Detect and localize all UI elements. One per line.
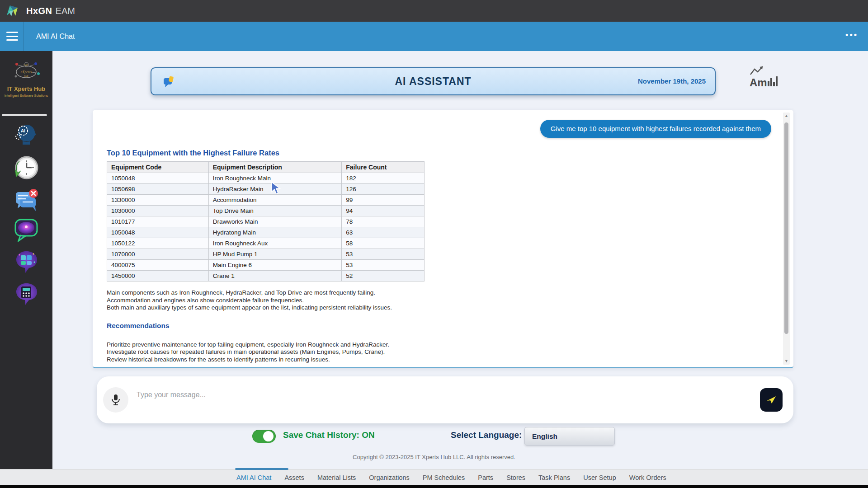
bottom-tab[interactable]: PM Schedules xyxy=(423,474,465,481)
equipment-code-cell: 1070000 xyxy=(107,249,209,260)
equipment-description-cell: Top Drive Main xyxy=(208,206,342,216)
equipment-code-cell: 1450000 xyxy=(107,271,209,282)
failures-table: Equipment Code Equipment Description Fai… xyxy=(107,161,425,282)
brain-calculator-icon[interactable] xyxy=(13,282,39,307)
equipment-code-cell: 1330000 xyxy=(107,195,209,206)
equipment-description-cell: Hydratong Main xyxy=(208,227,342,238)
svg-text:eXperts: eXperts xyxy=(21,70,32,74)
equipment-description-cell: Drawworks Main xyxy=(208,216,342,227)
equipment-code-cell: 4000075 xyxy=(107,260,209,271)
scroll-up-icon[interactable]: ▲ xyxy=(783,113,790,119)
bottom-tab[interactable]: Work Orders xyxy=(629,474,666,481)
assistant-date: November 19th, 2025 xyxy=(638,68,706,94)
table-title: Top 10 Equipment with the Highest Failur… xyxy=(107,149,604,157)
send-paper-plane-icon xyxy=(766,395,776,404)
brain-apps-icon[interactable] xyxy=(13,249,39,275)
table-row: 1050122 Iron Roughneck Aux 58 xyxy=(107,238,425,249)
recommendations-heading: Recommendations xyxy=(107,322,604,330)
assistant-title: AI ASSISTANT xyxy=(151,68,715,94)
equipment-code-cell: 1030000 xyxy=(107,206,209,216)
app-navbar: AMI AI Chat Full Screen ••• xyxy=(0,22,868,51)
bottom-tab[interactable]: Task Plans xyxy=(538,474,570,481)
failure-count-cell: 99 xyxy=(342,195,425,206)
bottom-tab-bar: AMI AI Chat Assets Material Lists Organi… xyxy=(0,469,868,485)
bottom-tabs: AMI AI Chat Assets Material Lists Organi… xyxy=(236,469,666,486)
microphone-button[interactable] xyxy=(103,387,128,413)
recommendations-text: Prioritize preventive maintenance for to… xyxy=(107,341,604,364)
settings-row: Save Chat History: ON Select Language: E… xyxy=(52,427,868,448)
failure-count-cell: 53 xyxy=(342,260,425,271)
table-column-header: Equipment Description xyxy=(208,162,342,173)
equipment-description-cell: HP Mud Pump 1 xyxy=(208,249,342,260)
assistant-banner: AI ASSISTANT November 19th, 2025 xyxy=(151,67,716,95)
hxgn-logo-icon xyxy=(5,4,20,18)
message-composer xyxy=(97,376,793,423)
table-row: 1050048 Hydratong Main 63 xyxy=(107,227,425,238)
main-content: AI ASSISTANT November 19th, 2025 Am Give… xyxy=(52,51,868,469)
scroll-down-icon[interactable]: ▼ xyxy=(783,358,790,365)
scrollbar-thumb[interactable] xyxy=(784,122,788,334)
recommendation-line: Prioritize preventive maintenance for to… xyxy=(107,341,604,349)
language-label: Select Language: xyxy=(451,430,522,440)
suite-name: EAM xyxy=(56,6,75,16)
message-input[interactable] xyxy=(137,385,760,405)
failure-count-cell: 126 xyxy=(342,184,425,195)
itxperts-title: IT Xperts Hub xyxy=(0,85,52,92)
svg-text:hub: hub xyxy=(24,75,28,77)
equipment-description-cell: Crane 1 xyxy=(208,271,342,282)
equipment-description-cell: Accommodation xyxy=(208,195,342,206)
chat-panel: Give me top 10 equipment with highest fa… xyxy=(93,110,793,368)
save-history-toggle[interactable] xyxy=(252,430,276,443)
itxperts-subtitle: Intelligent Software Solutions xyxy=(0,94,52,98)
failure-count-cell: 182 xyxy=(342,173,425,184)
summary-line: Main components such as Iron Roughneck, … xyxy=(107,289,604,297)
equipment-code-cell: 1050698 xyxy=(107,184,209,195)
equipment-description-cell: Main Engine 6 xyxy=(208,260,342,271)
bottom-tab[interactable]: Stores xyxy=(506,474,525,481)
toggle-knob xyxy=(263,431,274,441)
bottom-tab[interactable]: Material Lists xyxy=(317,474,356,481)
overflow-menu-icon[interactable]: ••• xyxy=(845,22,858,51)
table-row: 1030000 Top Drive Main 94 xyxy=(107,206,425,216)
equipment-description-cell: Iron Roughneck Main xyxy=(208,173,342,184)
failure-count-cell: 52 xyxy=(342,271,425,282)
table-row: 1010177 Drawworks Main 78 xyxy=(107,216,425,227)
summary-line: Accommodation and engines also show cons… xyxy=(107,297,604,305)
user-message-bubble: Give me top 10 equipment with highest fa… xyxy=(540,120,771,138)
menu-hamburger-icon[interactable] xyxy=(6,32,18,41)
assistant-response: Top 10 Equipment with the Highest Failur… xyxy=(107,149,604,364)
navbar-divider xyxy=(24,22,24,51)
recommendation-line: Review historical breakdowns for the ass… xyxy=(107,356,604,364)
failure-count-cell: 63 xyxy=(342,227,425,238)
table-row: 4000075 Main Engine 6 53 xyxy=(107,260,425,271)
bottom-tab[interactable]: AMI AI Chat xyxy=(236,474,271,481)
copyright-text: Copyright © 2023-2025 IT Xperts Hub LLC.… xyxy=(0,454,868,460)
send-button[interactable] xyxy=(760,388,783,412)
bottom-tab[interactable]: Parts xyxy=(478,474,493,481)
bottom-tab[interactable]: Organizations xyxy=(369,474,409,481)
app-title: AMI AI Chat xyxy=(36,22,75,51)
equipment-description-cell: Iron Roughneck Aux xyxy=(208,238,342,249)
itxperts-emblem-icon: VC eXperts hub xyxy=(11,60,41,84)
bottom-tab[interactable]: Assets xyxy=(284,474,304,481)
language-select[interactable]: English xyxy=(524,427,615,446)
failure-count-cell: 58 xyxy=(342,238,425,249)
ai-assistant-icon[interactable]: AI xyxy=(13,122,39,147)
bottom-tab[interactable]: User Setup xyxy=(583,474,616,481)
clear-chat-icon[interactable] xyxy=(13,188,39,213)
title-bar: HxGN EAM xyxy=(0,0,868,22)
sidebar: VC eXperts hub IT Xperts Hub Intelligent… xyxy=(0,51,52,469)
table-row: 1330000 Accommodation 99 xyxy=(107,195,425,206)
equipment-description-cell: HydraRacker Main xyxy=(208,184,342,195)
chat-history-clock-icon[interactable] xyxy=(13,155,39,180)
table-column-header: Equipment Code xyxy=(107,162,209,173)
svg-text:Am: Am xyxy=(750,76,767,89)
table-row: 1070000 HP Mud Pump 1 53 xyxy=(107,249,425,260)
chat-scrollbar[interactable]: ▲ ▼ xyxy=(783,113,790,365)
summary-line: Both main and auxiliary types of same eq… xyxy=(107,304,604,312)
brain-chat-icon[interactable] xyxy=(13,217,39,242)
ami-logo-icon: Am xyxy=(749,65,782,92)
table-row: 1450000 Crane 1 52 xyxy=(107,271,425,282)
svg-text:AI: AI xyxy=(21,128,25,133)
failure-count-cell: 94 xyxy=(342,206,425,216)
